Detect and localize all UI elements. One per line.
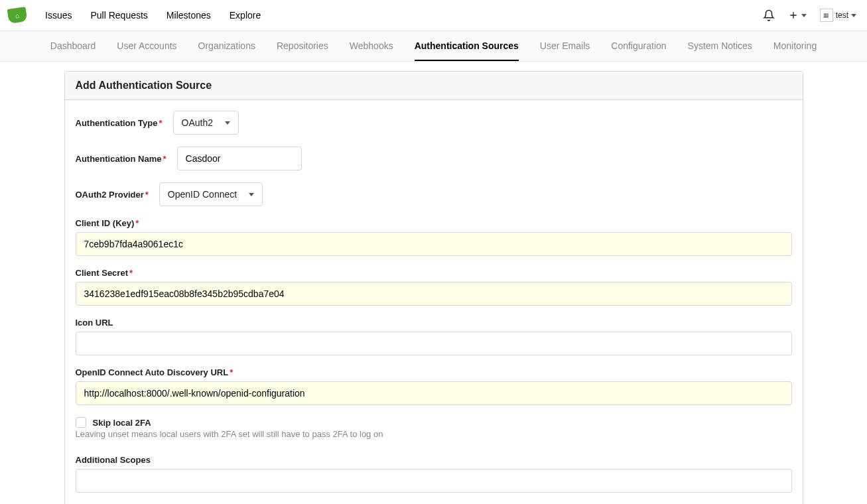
skip-2fa-label: Skip local 2FA	[93, 418, 151, 428]
client-secret-input[interactable]	[76, 282, 792, 306]
additional-scopes-input[interactable]	[76, 469, 792, 493]
auth-source-panel: Add Authentication Source Authentication…	[64, 71, 803, 504]
additional-scopes-label: Additional Scopes	[76, 455, 792, 465]
field-auth-type: Authentication Type* OAuth2	[76, 111, 792, 135]
topbar-left: ⌂ Issues Pull Requests Milestones Explor…	[8, 8, 261, 23]
page: Add Authentication Source Authentication…	[59, 71, 809, 504]
subnav-user-accounts[interactable]: User Accounts	[117, 31, 176, 61]
field-client-secret: Client Secret*	[76, 268, 792, 306]
field-skip-2fa: Skip local 2FA Leaving unset means local…	[76, 417, 792, 439]
admin-subnav-wrap: Dashboard User Accounts Organizations Re…	[0, 31, 867, 62]
topbar: ⌂ Issues Pull Requests Milestones Explor…	[0, 0, 867, 31]
panel-body: Authentication Type* OAuth2 Authenticati…	[65, 100, 803, 504]
field-additional-scopes: Additional Scopes	[76, 455, 792, 493]
skip-2fa-checkbox[interactable]	[76, 417, 86, 428]
user-menu[interactable]: ▦ test	[820, 9, 856, 22]
field-oauth-provider: OAuth2 Provider* OpenID Connect	[76, 182, 792, 206]
bell-icon	[763, 9, 775, 21]
client-id-input[interactable]	[76, 232, 792, 256]
auth-name-label: Authentication Name*	[76, 154, 167, 164]
icon-url-input[interactable]	[76, 332, 792, 355]
auth-type-select[interactable]: OAuth2	[173, 111, 239, 135]
chevron-down-icon	[801, 14, 807, 17]
auth-type-value: OAuth2	[182, 117, 213, 128]
client-id-label: Client ID (Key)*	[76, 218, 792, 228]
chevron-down-icon	[225, 121, 230, 125]
subnav-system-notices[interactable]: System Notices	[688, 31, 752, 61]
panel-title: Add Authentication Source	[65, 72, 803, 100]
chevron-down-icon	[851, 14, 856, 17]
subnav-dashboard[interactable]: Dashboard	[50, 31, 96, 61]
auth-name-input[interactable]	[177, 147, 302, 170]
subnav-user-emails[interactable]: User Emails	[540, 31, 590, 61]
chevron-down-icon	[249, 193, 254, 196]
subnav-repositories[interactable]: Repositories	[277, 31, 328, 61]
client-secret-label: Client Secret*	[76, 268, 792, 278]
oauth-provider-label: OAuth2 Provider*	[76, 190, 149, 200]
skip-2fa-help: Leaving unset means local users with 2FA…	[76, 429, 792, 439]
topbar-right: ▦ test	[763, 9, 856, 22]
notifications-button[interactable]	[763, 9, 775, 21]
plus-icon	[788, 10, 799, 21]
gitea-logo[interactable]: ⌂	[7, 7, 28, 24]
nav-explore[interactable]: Explore	[230, 10, 261, 21]
subnav-configuration[interactable]: Configuration	[611, 31, 666, 61]
avatar: ▦	[820, 9, 833, 22]
subnav-monitoring[interactable]: Monitoring	[773, 31, 817, 61]
nav-issues[interactable]: Issues	[45, 10, 72, 21]
auth-type-label: Authentication Type*	[76, 118, 163, 128]
subnav-webhooks[interactable]: Webhooks	[350, 31, 393, 61]
subnav-organizations[interactable]: Organizations	[198, 31, 255, 61]
discovery-url-input[interactable]	[76, 381, 792, 405]
user-label: test	[836, 11, 848, 19]
nav-pull-requests[interactable]: Pull Requests	[90, 10, 147, 21]
discovery-url-label: OpenID Connect Auto Discovery URL*	[76, 367, 792, 377]
icon-url-label: Icon URL	[76, 318, 792, 328]
admin-subnav: Dashboard User Accounts Organizations Re…	[0, 31, 867, 61]
field-client-id: Client ID (Key)*	[76, 218, 792, 256]
oauth-provider-select[interactable]: OpenID Connect	[159, 182, 263, 206]
oauth-provider-value: OpenID Connect	[168, 189, 237, 200]
field-discovery-url: OpenID Connect Auto Discovery URL*	[76, 367, 792, 405]
subnav-auth-sources[interactable]: Authentication Sources	[415, 31, 519, 61]
create-menu[interactable]	[788, 10, 807, 21]
field-icon-url: Icon URL	[76, 318, 792, 355]
nav-milestones[interactable]: Milestones	[167, 10, 211, 21]
field-auth-name: Authentication Name*	[76, 147, 792, 170]
